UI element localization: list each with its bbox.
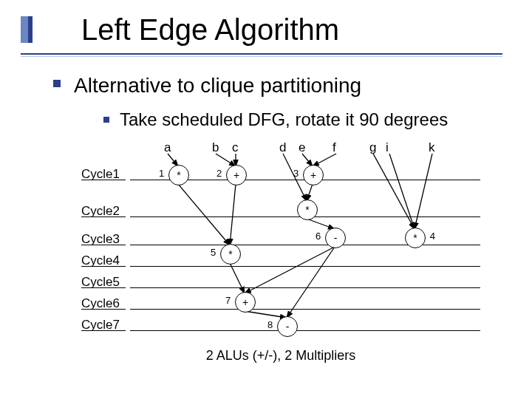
title-rule-2 bbox=[21, 56, 502, 57]
node-n6: -6 bbox=[325, 228, 346, 248]
node-n1: *1 bbox=[168, 165, 189, 185]
node-index: 7 bbox=[225, 296, 231, 305]
col-label-k: k bbox=[429, 140, 435, 155]
node-n7: +7 bbox=[235, 292, 256, 313]
svg-line-6 bbox=[373, 154, 415, 229]
svg-line-12 bbox=[230, 184, 236, 245]
slide-title: Left Edge Algorithm bbox=[81, 13, 339, 47]
node-index: 5 bbox=[211, 248, 216, 257]
dfg-edges bbox=[81, 140, 480, 369]
svg-line-11 bbox=[178, 184, 230, 245]
node-index: 6 bbox=[316, 231, 321, 241]
accent-bar bbox=[21, 16, 28, 43]
bullet-square-1 bbox=[53, 80, 61, 87]
node-n2: +2 bbox=[226, 165, 247, 185]
svg-line-5 bbox=[313, 154, 336, 166]
accent-bar-2 bbox=[28, 16, 33, 43]
bullet-text-1: Alternative to clique partitioning bbox=[74, 74, 361, 98]
node-n5: *5 bbox=[220, 244, 241, 265]
cycle-underline bbox=[81, 287, 126, 288]
node-n3: +3 bbox=[303, 165, 324, 185]
title-rule bbox=[21, 53, 502, 55]
col-label-f: f bbox=[332, 140, 336, 155]
node-index: 1 bbox=[159, 168, 164, 178]
svg-line-15 bbox=[245, 311, 287, 318]
cycle-line bbox=[130, 309, 480, 310]
cycle-line bbox=[130, 287, 480, 288]
col-label-d: d bbox=[279, 140, 286, 155]
svg-line-16 bbox=[287, 247, 335, 318]
svg-line-8 bbox=[415, 154, 432, 229]
col-label-c: c bbox=[232, 140, 239, 155]
cycle-underline bbox=[81, 216, 126, 217]
bullet-square-2 bbox=[103, 117, 109, 123]
node-index: 8 bbox=[267, 320, 273, 330]
col-label-b: b bbox=[212, 140, 219, 155]
bullet-text-2: Take scheduled DFG, rotate it 90 degrees bbox=[120, 109, 448, 130]
svg-line-9 bbox=[307, 184, 313, 201]
node-index: 3 bbox=[293, 168, 299, 178]
cycle-underline bbox=[81, 330, 126, 331]
node-u1: * bbox=[297, 200, 318, 220]
cycle-underline bbox=[81, 245, 126, 245]
svg-line-1 bbox=[216, 154, 236, 166]
node-n8: -8 bbox=[277, 316, 298, 337]
svg-line-14 bbox=[245, 247, 335, 293]
node-n4: *4 bbox=[405, 228, 426, 248]
cycle-underline bbox=[81, 309, 126, 310]
svg-line-7 bbox=[389, 154, 415, 229]
col-label-g: g bbox=[369, 140, 376, 155]
dfg-diagram: abcdefgik Cycle1Cycle2Cycle3Cycle4Cycle5… bbox=[81, 140, 480, 369]
svg-line-10 bbox=[307, 219, 335, 229]
svg-line-13 bbox=[230, 263, 245, 293]
col-label-a: a bbox=[164, 140, 171, 155]
cycle-underline bbox=[81, 180, 126, 180]
slide: Left Edge Algorithm Alternative to cliqu… bbox=[0, 0, 532, 399]
cycle-line bbox=[130, 245, 480, 245]
node-index: 2 bbox=[216, 168, 222, 178]
cycle-line bbox=[130, 330, 480, 331]
node-index: 4 bbox=[430, 231, 435, 241]
cycle-underline bbox=[81, 266, 126, 267]
col-label-e: e bbox=[299, 140, 305, 155]
diagram-caption: 2 ALUs (+/-), 2 Multipliers bbox=[81, 348, 480, 364]
cycle-line bbox=[130, 266, 480, 267]
col-label-i: i bbox=[386, 140, 389, 155]
